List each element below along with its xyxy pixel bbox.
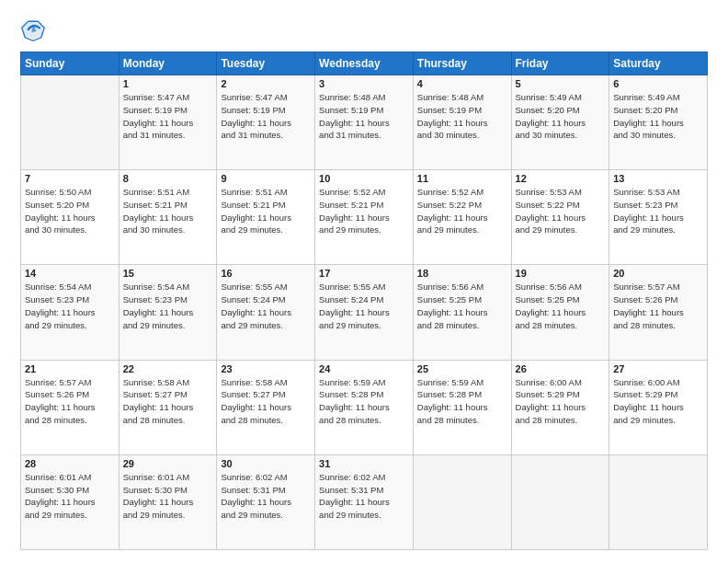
day-number: 10: [319, 173, 409, 184]
calendar-cell: 12Sunrise: 5:53 AMSunset: 5:22 PMDayligh…: [511, 170, 609, 265]
day-info: Sunrise: 5:57 AMSunset: 5:26 PMDaylight:…: [25, 376, 115, 427]
calendar-cell: 23Sunrise: 5:58 AMSunset: 5:27 PMDayligh…: [217, 360, 315, 454]
day-number: 21: [25, 363, 115, 374]
day-number: 12: [516, 173, 606, 184]
day-number: 11: [417, 173, 507, 184]
calendar-cell: 29Sunrise: 6:01 AMSunset: 5:30 PMDayligh…: [119, 454, 217, 549]
day-header-tuesday: Tuesday: [217, 52, 315, 75]
day-number: 13: [613, 173, 703, 184]
day-info: Sunrise: 5:59 AMSunset: 5:28 PMDaylight:…: [319, 376, 409, 427]
day-info: Sunrise: 5:58 AMSunset: 5:27 PMDaylight:…: [221, 376, 311, 427]
day-info: Sunrise: 5:47 AMSunset: 5:19 PMDaylight:…: [221, 91, 311, 142]
day-info: Sunrise: 5:48 AMSunset: 5:19 PMDaylight:…: [417, 91, 507, 142]
day-number: 1: [123, 78, 213, 89]
day-info: Sunrise: 5:59 AMSunset: 5:28 PMDaylight:…: [417, 376, 507, 427]
calendar-header-row: SundayMondayTuesdayWednesdayThursdayFrid…: [21, 52, 708, 75]
day-info: Sunrise: 5:56 AMSunset: 5:25 PMDaylight:…: [417, 281, 507, 331]
day-info: Sunrise: 5:49 AMSunset: 5:20 PMDaylight:…: [516, 91, 606, 142]
calendar-cell: 10Sunrise: 5:52 AMSunset: 5:21 PMDayligh…: [315, 170, 414, 265]
calendar-cell: 19Sunrise: 5:56 AMSunset: 5:25 PMDayligh…: [511, 265, 609, 360]
day-number: 30: [221, 458, 311, 469]
calendar: SundayMondayTuesdayWednesdayThursdayFrid…: [20, 52, 708, 550]
week-row-5: 28Sunrise: 6:01 AMSunset: 5:30 PMDayligh…: [21, 454, 708, 549]
day-info: Sunrise: 5:56 AMSunset: 5:25 PMDaylight:…: [516, 281, 606, 331]
day-info: Sunrise: 6:01 AMSunset: 5:30 PMDaylight:…: [25, 471, 115, 522]
day-number: 4: [417, 78, 507, 89]
calendar-cell: 5Sunrise: 5:49 AMSunset: 5:20 PMDaylight…: [511, 75, 609, 170]
day-info: Sunrise: 5:55 AMSunset: 5:24 PMDaylight:…: [221, 281, 311, 331]
logo-icon: [20, 17, 46, 42]
calendar-cell: 31Sunrise: 6:02 AMSunset: 5:31 PMDayligh…: [315, 454, 414, 549]
day-info: Sunrise: 5:53 AMSunset: 5:22 PMDaylight:…: [516, 186, 606, 236]
day-info: Sunrise: 5:47 AMSunset: 5:19 PMDaylight:…: [123, 91, 213, 142]
day-info: Sunrise: 6:02 AMSunset: 5:31 PMDaylight:…: [221, 471, 311, 522]
day-number: 14: [25, 268, 115, 279]
calendar-cell: 9Sunrise: 5:51 AMSunset: 5:21 PMDaylight…: [217, 170, 315, 265]
week-row-2: 7Sunrise: 5:50 AMSunset: 5:20 PMDaylight…: [21, 170, 708, 265]
day-header-thursday: Thursday: [413, 52, 511, 75]
day-info: Sunrise: 5:58 AMSunset: 5:27 PMDaylight:…: [123, 376, 213, 427]
day-info: Sunrise: 5:49 AMSunset: 5:20 PMDaylight:…: [613, 91, 703, 142]
calendar-cell: 18Sunrise: 5:56 AMSunset: 5:25 PMDayligh…: [413, 265, 511, 360]
day-number: 20: [613, 268, 703, 279]
day-info: Sunrise: 5:53 AMSunset: 5:23 PMDaylight:…: [613, 186, 703, 236]
day-number: 17: [319, 268, 409, 279]
day-header-monday: Monday: [119, 52, 217, 75]
calendar-cell: 20Sunrise: 5:57 AMSunset: 5:26 PMDayligh…: [609, 265, 708, 360]
calendar-cell: [413, 454, 511, 549]
day-number: 7: [25, 173, 115, 184]
day-number: 22: [123, 363, 213, 374]
day-number: 29: [123, 458, 213, 469]
calendar-cell: 28Sunrise: 6:01 AMSunset: 5:30 PMDayligh…: [21, 454, 119, 549]
calendar-cell: [511, 454, 609, 549]
day-info: Sunrise: 6:00 AMSunset: 5:29 PMDaylight:…: [516, 376, 606, 427]
day-number: 15: [123, 268, 213, 279]
day-number: 16: [221, 268, 311, 279]
calendar-cell: 11Sunrise: 5:52 AMSunset: 5:22 PMDayligh…: [413, 170, 511, 265]
day-header-sunday: Sunday: [21, 52, 119, 75]
logo: [20, 17, 50, 42]
day-header-wednesday: Wednesday: [315, 52, 414, 75]
day-number: 25: [417, 363, 507, 374]
day-header-saturday: Saturday: [609, 52, 708, 75]
day-number: 28: [25, 458, 115, 469]
day-number: 8: [123, 173, 213, 184]
calendar-cell: 24Sunrise: 5:59 AMSunset: 5:28 PMDayligh…: [315, 360, 414, 454]
day-number: 5: [516, 78, 606, 89]
day-number: 27: [613, 363, 703, 374]
day-info: Sunrise: 5:55 AMSunset: 5:24 PMDaylight:…: [319, 281, 409, 331]
day-number: 19: [516, 268, 606, 279]
day-info: Sunrise: 6:00 AMSunset: 5:29 PMDaylight:…: [613, 376, 703, 427]
calendar-cell: [609, 454, 708, 549]
day-info: Sunrise: 6:02 AMSunset: 5:31 PMDaylight:…: [319, 471, 409, 522]
calendar-cell: 30Sunrise: 6:02 AMSunset: 5:31 PMDayligh…: [217, 454, 315, 549]
week-row-3: 14Sunrise: 5:54 AMSunset: 5:23 PMDayligh…: [21, 265, 708, 360]
page: SundayMondayTuesdayWednesdayThursdayFrid…: [0, 0, 728, 563]
calendar-cell: [21, 75, 119, 170]
week-row-1: 1Sunrise: 5:47 AMSunset: 5:19 PMDaylight…: [21, 75, 708, 170]
day-info: Sunrise: 5:52 AMSunset: 5:22 PMDaylight:…: [417, 186, 507, 236]
day-info: Sunrise: 5:51 AMSunset: 5:21 PMDaylight:…: [123, 186, 213, 236]
calendar-cell: 13Sunrise: 5:53 AMSunset: 5:23 PMDayligh…: [609, 170, 708, 265]
day-info: Sunrise: 5:51 AMSunset: 5:21 PMDaylight:…: [221, 186, 311, 236]
day-info: Sunrise: 5:50 AMSunset: 5:20 PMDaylight:…: [25, 186, 115, 236]
calendar-cell: 17Sunrise: 5:55 AMSunset: 5:24 PMDayligh…: [315, 265, 414, 360]
week-row-4: 21Sunrise: 5:57 AMSunset: 5:26 PMDayligh…: [21, 360, 708, 454]
day-number: 23: [221, 363, 311, 374]
calendar-cell: 1Sunrise: 5:47 AMSunset: 5:19 PMDaylight…: [119, 75, 217, 170]
calendar-cell: 25Sunrise: 5:59 AMSunset: 5:28 PMDayligh…: [413, 360, 511, 454]
calendar-cell: 27Sunrise: 6:00 AMSunset: 5:29 PMDayligh…: [609, 360, 708, 454]
day-number: 18: [417, 268, 507, 279]
day-info: Sunrise: 5:57 AMSunset: 5:26 PMDaylight:…: [613, 281, 703, 331]
day-number: 3: [319, 78, 409, 89]
calendar-cell: 15Sunrise: 5:54 AMSunset: 5:23 PMDayligh…: [119, 265, 217, 360]
day-number: 9: [221, 173, 311, 184]
day-info: Sunrise: 5:48 AMSunset: 5:19 PMDaylight:…: [319, 91, 409, 142]
calendar-cell: 7Sunrise: 5:50 AMSunset: 5:20 PMDaylight…: [21, 170, 119, 265]
calendar-cell: 2Sunrise: 5:47 AMSunset: 5:19 PMDaylight…: [217, 75, 315, 170]
day-number: 2: [221, 78, 311, 89]
calendar-cell: 22Sunrise: 5:58 AMSunset: 5:27 PMDayligh…: [119, 360, 217, 454]
calendar-cell: 6Sunrise: 5:49 AMSunset: 5:20 PMDaylight…: [609, 75, 708, 170]
day-number: 31: [319, 458, 409, 469]
day-info: Sunrise: 5:52 AMSunset: 5:21 PMDaylight:…: [319, 186, 409, 236]
